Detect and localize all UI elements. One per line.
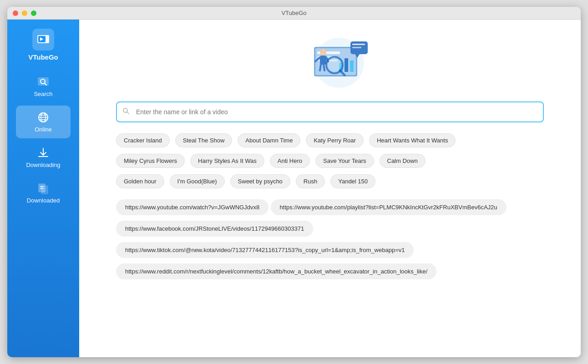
app-body: VTubeGo Search O [7,20,581,357]
sidebar-item-search[interactable]: Search [16,70,71,103]
svg-rect-6 [38,77,49,86]
downloading-nav-icon [37,147,50,159]
illustration-svg [284,29,375,92]
downloaded-nav-icon [37,182,50,195]
tag-harry-styles[interactable]: Harry Styles As It Was [190,154,264,168]
url-link-2[interactable]: https://www.youtube.com/playlist?list=PL… [271,199,507,215]
tag-save-your-tears[interactable]: Save Your Tears [315,154,374,168]
downloaded-nav-label: Downloaded [27,197,60,204]
tag-katy-perry-roar[interactable]: Katy Perry Roar [306,133,363,147]
sidebar-item-downloaded[interactable]: Downloaded [16,177,71,209]
search-input[interactable] [116,101,544,122]
svg-line-41 [127,112,129,114]
url-links-section: https://www.youtube.com/watch?v=JGwWNGJd… [116,199,544,285]
titlebar: VTubeGo [7,7,581,20]
logo-icon [32,29,54,51]
maximize-button[interactable] [31,10,36,16]
logo-text: VTubeGo [28,53,58,61]
tags-row-1: Cracker Island Steal The Show About Damn… [116,133,544,147]
sidebar-item-online[interactable]: Online [16,106,71,138]
tag-steal-the-show[interactable]: Steal The Show [175,133,233,147]
online-nav-icon [37,111,50,124]
svg-point-38 [328,59,341,71]
svg-rect-30 [352,47,361,48]
logo-svg [36,33,50,46]
window-title: VTubeGo [281,10,306,16]
svg-line-35 [320,65,321,71]
url-link-4[interactable]: https://www.tiktok.com/@new.kota/video/7… [116,242,414,258]
search-icon [122,107,130,116]
main-content: Cracker Island Steal The Show About Damn… [79,20,581,357]
svg-rect-29 [352,44,365,45]
tag-calm-down[interactable]: Calm Down [380,154,426,168]
tag-miley-cyrus[interactable]: Miley Cyrus Flowers [116,154,185,168]
svg-rect-25 [345,58,348,72]
downloading-nav-label: Downloading [26,162,60,168]
tags-section: Cracker Island Steal The Show About Damn… [116,133,544,195]
url-link-5[interactable]: https://www.reddit.com/r/nextfuckingleve… [116,263,436,279]
tag-im-good[interactable]: I'm Good(Blue) [170,174,225,188]
tag-golden-hour[interactable]: Golden hour [116,174,164,188]
tag-heart-wants[interactable]: Heart Wants What It Wants [369,133,456,147]
search-nav-icon [37,76,50,88]
minimize-button[interactable] [22,10,27,16]
tag-anti-hero[interactable]: Anti Hero [270,154,310,168]
online-nav-label: Online [35,126,52,133]
tags-row-3: Golden hour I'm Good(Blue) Sweet by psyc… [116,174,544,188]
hero-illustration [284,29,375,92]
tag-rush[interactable]: Rush [296,174,325,188]
window-controls [13,10,36,16]
tags-row-2: Miley Cyrus Flowers Harry Styles As It W… [116,154,544,168]
svg-line-36 [324,65,324,71]
url-link-3[interactable]: https://www.facebook.com/JRStoneLIVE/vid… [116,221,313,237]
url-link-1[interactable]: https://www.youtube.com/watch?v=JGwWNGJd… [116,199,269,215]
search-bar-wrapper [116,101,544,122]
sidebar-item-downloading[interactable]: Downloading [16,141,71,174]
svg-point-31 [320,49,326,56]
logo-area: VTubeGo [24,24,63,66]
tag-cracker-island[interactable]: Cracker Island [116,133,170,147]
close-button[interactable] [13,10,18,16]
search-nav-label: Search [34,91,52,97]
tag-about-damn-time[interactable]: About Damn Time [238,133,300,147]
sidebar: VTubeGo Search O [7,20,79,357]
app-window: VTubeGo VTubeGo [7,7,581,357]
svg-rect-26 [350,61,354,72]
tag-yandel-150[interactable]: Yandel 150 [330,174,375,188]
tag-sweet-by-psycho[interactable]: Sweet by psycho [230,174,290,188]
svg-rect-32 [320,56,326,65]
search-bar-container [116,101,544,122]
